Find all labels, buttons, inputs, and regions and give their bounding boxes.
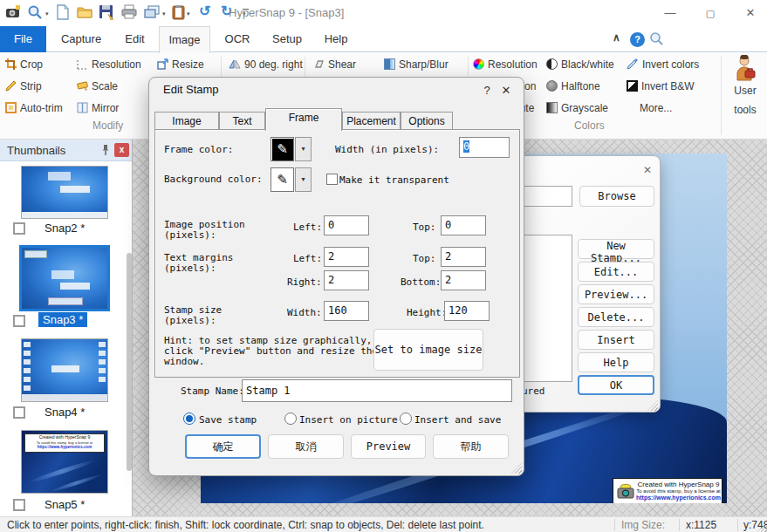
insert-and-save-label[interactable]: Insert and save <box>414 414 501 426</box>
sharp-blur-button[interactable]: Sharp/Blur <box>384 55 449 74</box>
size-width-input[interactable]: 160 <box>324 301 369 321</box>
minimize-button[interactable]: — <box>661 5 679 21</box>
color-resolution-button[interactable]: Resolution <box>473 55 538 74</box>
thumbnail-snap3-checkbox[interactable] <box>13 315 25 327</box>
ok-button[interactable]: 确定 <box>185 434 261 459</box>
tab-placement[interactable]: Placement <box>342 112 401 130</box>
strip-button[interactable]: Strip <box>5 77 42 96</box>
thumbnail-snap5-checkbox[interactable] <box>13 499 25 511</box>
resize-button[interactable]: Resize <box>157 55 204 74</box>
insert-on-picture-label[interactable]: Insert on picture <box>299 414 398 426</box>
print-icon[interactable] <box>121 4 137 20</box>
stamps-close-icon[interactable] <box>640 163 654 177</box>
invert-bw-button[interactable]: Invert B&W <box>627 77 695 96</box>
edit-stamp-button[interactable]: Edit... <box>578 262 654 282</box>
menu-image[interactable]: Image <box>159 26 210 53</box>
thumbnail-snap3[interactable] <box>19 245 110 311</box>
pos-top-input[interactable]: 0 <box>441 215 486 235</box>
invert-colors-button[interactable]: Invert colors <box>627 55 699 74</box>
menu-file[interactable]: File <box>0 26 46 52</box>
stamps-ok-button[interactable]: OK <box>578 375 654 395</box>
thumbnails-scrollbar[interactable] <box>127 253 132 471</box>
save-stamp-label[interactable]: Save stamp <box>199 414 257 426</box>
help-icon[interactable] <box>630 32 645 47</box>
preview-stamp-button[interactable]: Preview... <box>578 284 654 304</box>
new-stamp-button[interactable]: New Stamp... <box>578 239 654 259</box>
pos-left-input[interactable]: 0 <box>324 215 369 235</box>
menu-setup[interactable]: Setup <box>264 26 311 52</box>
thumbnail-snap2[interactable] <box>21 166 108 219</box>
menu-capture[interactable]: Capture <box>52 26 110 52</box>
thumbnail-snap4-label[interactable]: Snap4 * <box>40 405 89 419</box>
thumbnail-snap5[interactable]: Created with HyperSnap 9 To avoid this s… <box>21 430 108 494</box>
maximize-button[interactable]: ▢ <box>702 5 719 21</box>
copy-window-icon[interactable] <box>144 4 160 20</box>
stamps-help-button[interactable]: Help <box>578 352 654 372</box>
tab-frame[interactable]: Frame <box>265 108 342 131</box>
loupe-icon[interactable] <box>649 31 664 46</box>
thumbnail-snap2-checkbox[interactable] <box>13 222 25 235</box>
frame-width-input[interactable]: 0 <box>459 137 510 158</box>
dialog-help-icon[interactable]: ? <box>479 83 495 99</box>
clipboard-dropdown[interactable] <box>187 10 193 17</box>
grayscale-button[interactable]: Grayscale <box>546 99 608 118</box>
pin-icon[interactable] <box>99 144 112 156</box>
thumbnail-snap5-label[interactable]: Snap5 * <box>40 497 89 512</box>
ribbon-collapse-icon[interactable]: ∧ <box>613 31 620 44</box>
thumbnail-snap3-label[interactable]: Snap3 * <box>38 312 87 327</box>
thumbnail-snap4-checkbox[interactable] <box>13 406 25 419</box>
preview-button[interactable]: Preview <box>351 434 426 459</box>
shear-button[interactable]: Shear <box>312 55 356 74</box>
black-white-button[interactable]: Black/white <box>546 55 614 74</box>
undo-icon[interactable]: ↺ <box>199 3 210 19</box>
stamps-resize-grip[interactable] <box>647 400 658 411</box>
save-icon[interactable] <box>99 4 114 20</box>
insert-stamp-button[interactable]: Insert <box>578 330 654 350</box>
dialog-close-icon[interactable] <box>498 83 514 99</box>
size-height-input[interactable]: 120 <box>444 301 490 321</box>
scale-button[interactable]: Scale <box>77 77 118 96</box>
delete-stamp-button[interactable]: Delete... <box>578 307 654 327</box>
browse-button[interactable]: Browse <box>579 186 654 207</box>
zoom-tool-dropdown[interactable] <box>45 10 51 17</box>
thumbnail-snap2-label[interactable]: Snap2 * <box>40 221 89 235</box>
transparent-checkbox[interactable] <box>326 174 338 185</box>
margin-right-input[interactable]: 2 <box>324 270 369 290</box>
tab-text[interactable]: Text <box>219 112 265 130</box>
capture-camera-icon[interactable] <box>5 4 21 20</box>
mirror-button[interactable]: Mirror <box>77 99 119 118</box>
stamp-name-input[interactable]: Stamp 1 <box>242 379 512 402</box>
insert-and-save-radio[interactable] <box>400 413 412 425</box>
thumbnail-snap4[interactable] <box>21 338 108 402</box>
margin-bottom-input[interactable]: 2 <box>441 270 486 290</box>
margin-left-input[interactable]: 2 <box>324 247 369 267</box>
more-colors-button[interactable]: More... <box>640 99 672 118</box>
new-image-icon[interactable] <box>55 4 71 20</box>
save-stamp-radio[interactable] <box>183 413 195 425</box>
crop-button[interactable]: Crop <box>5 55 43 74</box>
menu-help[interactable]: Help <box>316 26 356 52</box>
insert-on-picture-radio[interactable] <box>284 413 297 425</box>
zoom-tool-icon[interactable] <box>27 4 43 20</box>
copy-dropdown[interactable] <box>162 10 168 17</box>
tab-options[interactable]: Options <box>401 112 453 130</box>
set-to-image-size-button[interactable]: Set to image size <box>373 329 483 371</box>
auto-trim-button[interactable]: Auto-trim <box>5 99 63 118</box>
resolution-button[interactable]: Resolution <box>77 55 141 74</box>
frame-color-dropdown[interactable] <box>295 137 312 161</box>
clipboard-icon[interactable] <box>171 4 187 20</box>
user-tools-button[interactable]: User tools <box>726 55 764 123</box>
open-file-icon[interactable] <box>77 4 92 20</box>
close-button[interactable] <box>742 5 759 21</box>
panel-close-icon[interactable] <box>114 143 129 157</box>
margin-top-input[interactable]: 2 <box>441 247 486 267</box>
menu-edit[interactable]: Edit <box>115 26 154 52</box>
background-color-dropdown[interactable] <box>295 167 312 192</box>
cancel-button[interactable]: 取消 <box>268 434 344 459</box>
frame-color-swatch[interactable] <box>271 137 294 161</box>
rotate-90-right-button[interactable]: 90 deg. right <box>229 55 303 74</box>
menu-ocr[interactable]: OCR <box>216 26 258 52</box>
background-color-swatch[interactable] <box>271 167 294 192</box>
halftone-button[interactable]: Halftone <box>546 77 600 96</box>
dialog-resize-grip[interactable] <box>511 463 522 474</box>
